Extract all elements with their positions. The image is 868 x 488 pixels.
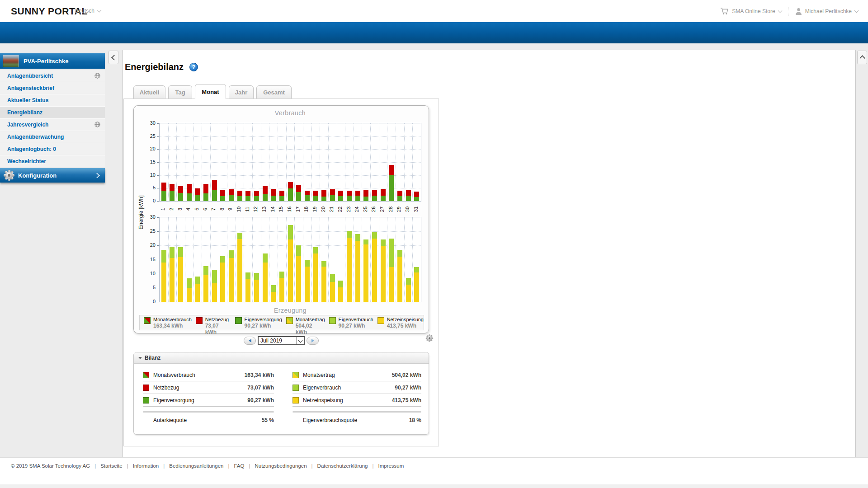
bar-segment-eigenverbrauch xyxy=(170,247,175,258)
footer-link-startseite[interactable]: Startseite xyxy=(100,463,123,469)
collapse-triangle-icon xyxy=(138,357,142,359)
legend-item-eigenverbrauch: Eigenverbrauch90,27 kWh xyxy=(325,315,373,330)
footer-link-information[interactable]: Information xyxy=(133,463,159,469)
bar-segment-netzbezug xyxy=(296,185,301,192)
bar-segment-eigenverbrauch xyxy=(296,245,301,256)
sidebar-item-anlagenlogbuch-0[interactable]: Anlagenlogbuch: 0 xyxy=(0,143,105,155)
sidebar-item-label: Anlagensteckbrief xyxy=(7,85,54,91)
footer-separator: | xyxy=(249,463,250,469)
sidebar-item-anlagensteckbrief[interactable]: Anlagensteckbrief xyxy=(0,82,105,94)
plant-header[interactable]: PVA-Perlitschke xyxy=(0,53,105,69)
y-axis-tick-label: 30 xyxy=(139,120,156,126)
content-panel: Energiebilanz ? AktuellTagMonatJahrGesam… xyxy=(123,50,856,457)
bottom-strip xyxy=(0,484,868,488)
bilanz-swatch-red xyxy=(143,385,149,391)
bilanz-quote-autarkiequote: Autarkiequote55 % xyxy=(143,414,274,426)
bar-segment-netzbezug xyxy=(389,165,394,175)
bilanz-row-value: 90,27 kWh xyxy=(247,397,274,404)
page-title: Energiebilanz xyxy=(125,62,184,72)
bilanz-header[interactable]: Bilanz xyxy=(134,352,429,364)
bar-segment-netzeinspeisung xyxy=(187,288,192,302)
legend-value: 90,27 kWh xyxy=(339,323,373,329)
bilanz-quote-label: Eigenverbrauchsquote xyxy=(303,417,409,423)
x-axis-tick-label: 5 xyxy=(194,203,201,215)
footer-link-datenschutzerklarung[interactable]: Datenschutzerklärung xyxy=(317,463,368,469)
bilanz-swatch-yellow xyxy=(292,397,299,404)
bilanz-swatch-lightgreen xyxy=(292,385,299,391)
bar-segment-netzbezug xyxy=(406,190,411,196)
bar-segment-eigenverbrauch xyxy=(187,278,192,288)
x-axis-tick-label: 19 xyxy=(312,203,319,215)
footer-link-nutzungsbedingungen[interactable]: Nutzungsbedingungen xyxy=(255,463,307,469)
sidebar-item-anlagenubersicht[interactable]: Anlagenübersicht xyxy=(0,70,105,82)
bar-segment-eigenverbrauch xyxy=(406,278,411,285)
user-name: Michael Perlitschke xyxy=(805,8,852,14)
legend-swatch-split-red-green xyxy=(144,317,151,324)
x-axis-tick-label: 31 xyxy=(413,203,420,215)
bar-segment-eigenverbrauch xyxy=(381,239,386,246)
sidebar-collapse-button[interactable] xyxy=(108,51,118,64)
sidebar-item-konfiguration[interactable]: Konfiguration xyxy=(0,168,105,183)
tab-jahr[interactable]: Jahr xyxy=(229,85,254,99)
sidebar-item-label: Wechselrichter xyxy=(7,158,46,164)
bar-segment-eigenversorgung xyxy=(296,192,301,201)
x-axis-tick-label: 9 xyxy=(227,203,235,215)
bar-segment-eigenverbrauch xyxy=(372,232,377,239)
bar-segment-eigenverbrauch xyxy=(195,277,200,284)
x-axis-tick-label: 15 xyxy=(278,203,285,215)
bar-segment-eigenverbrauch xyxy=(389,239,394,267)
footer: © 2019 SMA Solar Technology AG|Startseit… xyxy=(0,457,868,484)
language-selector[interactable]: Deutsch xyxy=(75,8,101,14)
y-axis-tick-label: 10 xyxy=(139,172,156,178)
bilanz-quote-label: Autarkiequote xyxy=(153,417,262,423)
tab-monat[interactable]: Monat xyxy=(195,84,226,99)
bar-segment-eigenverbrauch xyxy=(279,272,284,278)
bar-segment-netzeinspeisung xyxy=(389,267,394,302)
tab-tag[interactable]: Tag xyxy=(168,85,192,99)
tab-gesamt[interactable]: Gesamt xyxy=(256,85,292,99)
page-title-row: Energiebilanz ? xyxy=(125,62,198,72)
bar-segment-eigenversorgung xyxy=(245,196,250,201)
help-icon[interactable]: ? xyxy=(189,63,198,71)
sidebar-item-wechselrichter[interactable]: Wechselrichter xyxy=(0,155,105,167)
footer-links: © 2019 SMA Solar Technology AG|Startseit… xyxy=(11,463,404,469)
bar-segment-netzbezug xyxy=(263,186,268,194)
bilanz-row-value: 90,27 kWh xyxy=(395,385,421,391)
bilanz-title: Bilanz xyxy=(145,355,160,361)
legend-swatch-red xyxy=(196,317,203,324)
online-store-link[interactable]: SMA Online Store xyxy=(720,7,781,15)
sidebar-item-aktueller-status[interactable]: Aktueller Status xyxy=(0,94,105,106)
bar-segment-netzeinspeisung xyxy=(338,287,343,302)
bar-segment-netzeinspeisung xyxy=(313,253,318,302)
bar-segment-eigenverbrauch xyxy=(414,267,419,272)
next-month-button[interactable] xyxy=(307,337,319,345)
bilanz-row-label: Monatsertrag xyxy=(303,372,392,378)
sidebar-item-anlagenuberwachung[interactable]: Anlagenüberwachung xyxy=(0,131,105,143)
bar-segment-netzeinspeisung xyxy=(305,267,310,302)
month-select[interactable]: Juli 2019 xyxy=(258,336,305,345)
sidebar-item-energiebilanz[interactable]: Energiebilanz xyxy=(0,107,105,118)
x-axis-tick-label: 4 xyxy=(185,203,193,215)
scroll-top-button[interactable] xyxy=(857,51,867,64)
plot-verbrauch xyxy=(159,123,421,202)
sidebar-item-jahresvergleich[interactable]: Jahresvergleich xyxy=(0,119,105,131)
x-axis-tick-label: 22 xyxy=(337,203,344,215)
top-bar: SUNNY PORTAL Deutsch SMA Online Store Mi… xyxy=(0,0,868,22)
chart-legend: Monatsverbrauch163,34 kWhNetzbezug73,07 … xyxy=(139,315,424,330)
previous-month-button[interactable] xyxy=(244,337,256,345)
x-axis-tick-label: 17 xyxy=(295,203,302,215)
legend-item-netzeinspeisung: Netzeinspeisung413,75 kWh xyxy=(373,315,424,330)
legend-value: 90,27 kWh xyxy=(245,323,282,329)
bar-segment-eigenverbrauch xyxy=(245,272,250,279)
bar-segment-netzeinspeisung xyxy=(288,239,293,302)
tab-aktuell[interactable]: Aktuell xyxy=(133,85,165,99)
footer-link-impressum[interactable]: Impressum xyxy=(378,463,404,469)
footer-link-bedienungsanleitungen[interactable]: Bedienungsanleitungen xyxy=(169,463,223,469)
user-menu[interactable]: Michael Perlitschke xyxy=(795,8,858,15)
chart-settings-gear-icon[interactable] xyxy=(423,334,433,342)
footer-link-faq[interactable]: FAQ xyxy=(234,463,244,469)
bar-segment-netzeinspeisung xyxy=(406,285,411,302)
y-axis-tick-label: 25 xyxy=(139,228,156,234)
bilanz-row-value: 504,02 kWh xyxy=(392,372,421,378)
bilanz-separator xyxy=(143,411,274,413)
